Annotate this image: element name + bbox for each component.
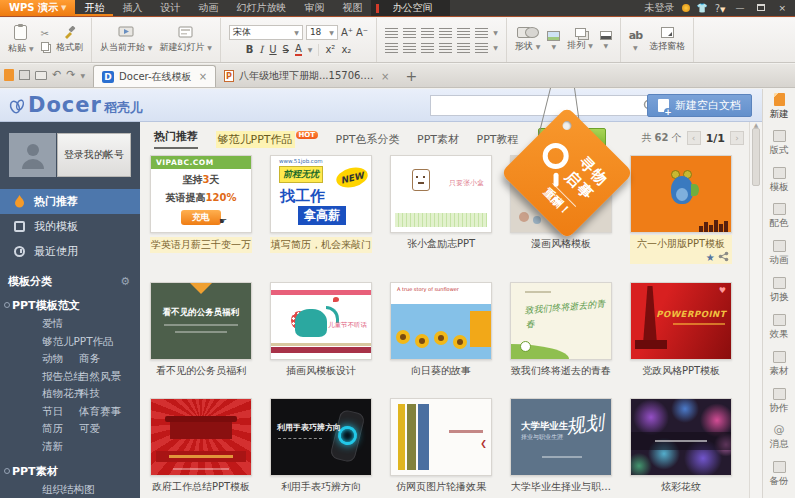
rail-item-transition[interactable]: 切换: [770, 277, 789, 314]
minimize-button[interactable]: —: [732, 0, 747, 16]
template-thumbnail-government[interactable]: [150, 398, 252, 476]
decrease-indent-button[interactable]: [421, 28, 434, 38]
search-input[interactable]: [431, 100, 643, 112]
align-center-button[interactable]: [403, 43, 416, 53]
next-page-button[interactable]: ›: [730, 131, 744, 145]
selection-pane-button[interactable]: 选择窗格: [649, 27, 685, 53]
align-left-button[interactable]: [385, 43, 398, 53]
help-button[interactable]: ?▼: [715, 3, 726, 14]
menu-tab-insert[interactable]: 插入: [113, 0, 151, 16]
doc-tab-ppt[interactable]: P 八年级地理下册期...15706.ppt ×: [216, 65, 397, 87]
new-tab-button[interactable]: +: [397, 65, 425, 87]
rail-item-animation[interactable]: 动画: [770, 240, 789, 277]
category-plants[interactable]: 植物花卉: [42, 387, 84, 399]
rail-item-color[interactable]: 配色: [770, 203, 789, 240]
align-caret[interactable]: ▼: [493, 44, 498, 51]
menu-tab-design[interactable]: 设计: [151, 0, 189, 16]
template-caption[interactable]: 六一小朋版PPT模板: [633, 237, 729, 251]
favorite-star-icon[interactable]: ★: [706, 252, 715, 263]
category-org-chart[interactable]: 组织结构图: [42, 483, 95, 495]
bold-button[interactable]: B: [246, 44, 254, 55]
rail-item-template[interactable]: 模板: [770, 167, 789, 204]
rail-item-collaborate[interactable]: 协作: [770, 388, 789, 425]
rail-item-new[interactable]: 新建: [770, 93, 789, 130]
category-animal[interactable]: 动物: [42, 352, 63, 364]
template-caption[interactable]: 致我们终将逝去的青春: [510, 364, 612, 378]
rail-item-material[interactable]: 素材: [770, 351, 789, 388]
category-nature[interactable]: 自然风景: [79, 368, 121, 386]
menu-tab-slideshow[interactable]: 幻灯片放映: [227, 0, 295, 16]
line-spacing-button[interactable]: [457, 28, 470, 38]
paragraph-caret[interactable]: ▼: [493, 29, 498, 36]
menu-tab-review[interactable]: 审阅: [295, 0, 333, 16]
rail-item-effect[interactable]: 效果: [770, 314, 789, 351]
print-icon[interactable]: [35, 71, 47, 80]
category-resume[interactable]: 简历: [42, 422, 63, 434]
grow-font-button[interactable]: A⁺: [341, 27, 353, 38]
distribute-button[interactable]: [457, 43, 470, 53]
template-thumbnail-sunflower[interactable]: A true story of sunflower: [390, 282, 492, 360]
template-caption[interactable]: 大学毕业生择业与职…: [510, 480, 612, 494]
bullets-button[interactable]: [385, 28, 398, 38]
tab-hot-recommend[interactable]: 热门推荐: [154, 129, 198, 149]
template-thumbnail-kids[interactable]: [630, 155, 732, 233]
font-color-button[interactable]: A: [295, 44, 302, 56]
copy-icon[interactable]: [41, 42, 49, 51]
template-thumbnail-graduate[interactable]: 大学毕业生 择业与职业生涯 规划: [510, 398, 612, 476]
template-caption[interactable]: 炫彩花纹: [630, 480, 732, 494]
menu-tab-animation[interactable]: 动画: [189, 0, 227, 16]
category-sports[interactable]: 体育赛事: [79, 403, 121, 421]
template-caption[interactable]: 张小盒励志PPT: [390, 237, 492, 251]
template-caption[interactable]: 政府工作总结PPT模板: [150, 480, 252, 494]
login-status[interactable]: 未登录: [645, 1, 675, 15]
tab-color-series[interactable]: PPT色系分类: [336, 132, 400, 147]
picture-button[interactable]: ▼: [547, 31, 560, 50]
text-direction-button[interactable]: [475, 28, 488, 38]
undo-icon[interactable]: ↶: [52, 69, 61, 81]
template-thumbnail-elephant[interactable]: 儿童节不听话: [270, 282, 372, 360]
template-thumbnail-carousel[interactable]: ❮: [390, 398, 492, 476]
tab-ppt-material[interactable]: PPT素材: [417, 132, 459, 147]
italic-button[interactable]: I: [259, 44, 263, 55]
new-slide-button[interactable]: 新建幻灯片 ▼: [159, 26, 212, 54]
skin-icon[interactable]: 👕: [697, 3, 708, 13]
new-blank-doc-button[interactable]: 新建空白文档: [647, 94, 752, 117]
shapes-button[interactable]: 形状 ▼: [515, 27, 541, 53]
menu-tab-home[interactable]: 开始: [75, 0, 113, 16]
shrink-font-button[interactable]: A⁻: [356, 27, 368, 38]
template-caption[interactable]: 利用手表巧辨方向: [270, 480, 372, 494]
font-size-select[interactable]: 18▼: [306, 25, 338, 40]
strikethrough-button[interactable]: S: [283, 44, 289, 55]
redo-icon[interactable]: ↷: [66, 69, 75, 81]
template-search-box[interactable]: [430, 95, 662, 116]
template-thumbnail-party[interactable]: ♥ POWERPOINT: [630, 282, 732, 360]
rail-item-layout[interactable]: 版式: [770, 130, 789, 167]
menu-tab-office-space[interactable]: 办公空间: [371, 0, 450, 16]
increase-indent-button[interactable]: [439, 28, 452, 38]
category-festival[interactable]: 节日: [42, 405, 63, 417]
underline-button[interactable]: U: [269, 44, 276, 55]
fill-color-button[interactable]: ▼: [600, 31, 612, 49]
template-thumbnail-vipabc-ad[interactable]: VIPABC.COM 坚持3天 英语提高120% 充电 ☛: [150, 155, 252, 233]
paste-button[interactable]: 粘贴 ▼: [8, 25, 34, 55]
vertical-scrollbar[interactable]: ▲: [749, 122, 762, 498]
rail-item-backup[interactable]: 备份: [770, 461, 789, 498]
justify-button[interactable]: [439, 43, 452, 53]
template-thumbnail-youth[interactable]: 致我们终将逝去的青春: [510, 282, 612, 360]
login-button[interactable]: 登录我的帐号: [57, 133, 131, 177]
category-report[interactable]: 报告总结: [42, 370, 84, 382]
template-caption[interactable]: 学英语月薪三千变一万: [150, 237, 252, 253]
share-icon[interactable]: [718, 251, 729, 262]
category-business[interactable]: 商务: [79, 350, 100, 368]
category-love[interactable]: 爱情: [42, 317, 63, 329]
restore-button[interactable]: [754, 0, 768, 16]
prev-page-button[interactable]: ‹: [687, 131, 701, 145]
format-painter-button[interactable]: 格式刷: [56, 26, 83, 54]
template-caption[interactable]: 向日葵的故事: [390, 364, 492, 378]
close-tab-icon[interactable]: ×: [199, 71, 207, 82]
scroll-up-arrow[interactable]: ▲: [750, 121, 762, 128]
template-caption[interactable]: 填写简历，机会来敲门: [270, 237, 372, 253]
wps-app-button[interactable]: WPS 演示 ▼: [0, 0, 75, 16]
rail-item-message[interactable]: @消息: [770, 424, 789, 461]
close-button[interactable]: ×: [775, 0, 789, 16]
